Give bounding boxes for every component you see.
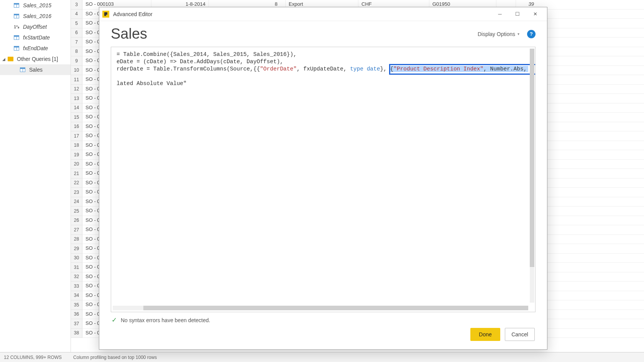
query-item-fxstartdate[interactable]: fxStartDate bbox=[0, 32, 71, 43]
code-editor[interactable]: = Table.Combine({Sales_2014, Sales_2015,… bbox=[111, 47, 536, 312]
row-header[interactable]: 21 bbox=[71, 169, 82, 179]
syntax-status: ✓ No syntax errors have been detected. bbox=[111, 312, 536, 328]
minimize-button[interactable]: ─ bbox=[491, 8, 509, 20]
row-header[interactable]: 22 bbox=[71, 179, 82, 188]
query-item-fxenddate[interactable]: fxEndDate bbox=[0, 43, 71, 54]
query-label: DayOffset bbox=[23, 24, 47, 30]
row-header[interactable]: 29 bbox=[71, 244, 82, 254]
query-item-sales[interactable]: Sales bbox=[0, 64, 71, 75]
query-item-dayoffset[interactable]: 1²₃ DayOffset bbox=[0, 21, 71, 32]
row-header[interactable]: 13 bbox=[71, 94, 82, 103]
query-item-sales-2015[interactable]: Sales_2015 bbox=[0, 0, 71, 11]
row-header[interactable]: 36 bbox=[71, 310, 82, 319]
folder-icon bbox=[7, 56, 14, 62]
row-header[interactable]: 30 bbox=[71, 254, 82, 263]
cancel-button[interactable]: Cancel bbox=[505, 328, 535, 341]
group-label: Other Queries [1] bbox=[17, 56, 58, 62]
query-label: Sales_2016 bbox=[23, 13, 51, 19]
row-header[interactable]: 26 bbox=[71, 216, 82, 226]
row-header[interactable]: 4 bbox=[71, 10, 82, 19]
row-header[interactable]: 32 bbox=[71, 272, 82, 282]
row-header[interactable]: 23 bbox=[71, 188, 82, 197]
row-header[interactable]: 15 bbox=[71, 113, 82, 122]
row-header[interactable]: 16 bbox=[71, 122, 82, 132]
dialog-title: Sales bbox=[111, 26, 147, 42]
editor-vertical-scrollbar[interactable] bbox=[530, 49, 534, 303]
row-header[interactable]: 35 bbox=[71, 300, 82, 310]
query-item-sales-2016[interactable]: Sales_2016 bbox=[0, 11, 71, 21]
done-button[interactable]: Done bbox=[470, 328, 500, 341]
row-header[interactable]: 9 bbox=[71, 56, 82, 66]
row-header[interactable]: 34 bbox=[71, 291, 82, 301]
table-icon bbox=[13, 13, 20, 19]
table-icon bbox=[13, 35, 20, 40]
query-label: Sales bbox=[29, 67, 43, 73]
query-label: Sales_2015 bbox=[23, 2, 51, 8]
help-icon[interactable]: ? bbox=[527, 30, 536, 38]
row-header[interactable]: 11 bbox=[71, 75, 82, 85]
query-group-other[interactable]: ◢ Other Queries [1] bbox=[0, 54, 71, 64]
row-header[interactable]: 7 bbox=[71, 38, 82, 47]
table-icon bbox=[13, 3, 20, 8]
syntax-message: No syntax errors have been detected. bbox=[121, 317, 210, 323]
query-navigator-sidebar[interactable]: Sales_2015 Sales_2016 1²₃ DayOffset fxSt… bbox=[0, 0, 71, 352]
chevron-down-icon: ▾ bbox=[518, 32, 519, 36]
row-header[interactable]: 17 bbox=[71, 131, 82, 141]
editor-horizontal-scrollbar[interactable] bbox=[113, 306, 528, 310]
row-header[interactable]: 19 bbox=[71, 150, 82, 160]
row-header[interactable]: 38 bbox=[71, 329, 82, 338]
status-profiling: Column profiling based on top 1000 rows bbox=[73, 355, 157, 360]
row-header[interactable]: 20 bbox=[71, 160, 82, 169]
query-label: fxEndDate bbox=[23, 45, 48, 51]
row-header[interactable]: 25 bbox=[71, 206, 82, 216]
row-header[interactable]: 24 bbox=[71, 197, 82, 207]
row-header[interactable]: 27 bbox=[71, 225, 82, 235]
query-label: fxStartDate bbox=[23, 34, 50, 41]
number-icon: 1²₃ bbox=[13, 24, 20, 29]
advanced-editor-dialog: Advanced Editor ─ ☐ ✕ Sales Display Opti… bbox=[99, 7, 547, 350]
row-header[interactable]: 12 bbox=[71, 85, 82, 94]
table-icon bbox=[13, 46, 20, 51]
row-header[interactable]: 28 bbox=[71, 235, 82, 244]
status-columns-rows: 12 COLUMNS, 999+ ROWS bbox=[4, 355, 62, 360]
close-button[interactable]: ✕ bbox=[526, 8, 544, 20]
dialog-window-title: Advanced Editor bbox=[113, 11, 153, 17]
maximize-button[interactable]: ☐ bbox=[509, 8, 526, 20]
row-header[interactable]: 18 bbox=[71, 141, 82, 151]
row-header[interactable]: 14 bbox=[71, 103, 82, 113]
check-icon: ✓ bbox=[112, 316, 117, 324]
row-header[interactable]: 8 bbox=[71, 47, 82, 57]
display-options-dropdown[interactable]: Display Options ▾ bbox=[478, 31, 519, 37]
row-header[interactable]: 33 bbox=[71, 282, 82, 291]
table-icon bbox=[19, 67, 26, 72]
row-header[interactable]: 37 bbox=[71, 319, 82, 329]
row-header[interactable]: 31 bbox=[71, 263, 82, 272]
status-bar: 12 COLUMNS, 999+ ROWS Column profiling b… bbox=[0, 352, 644, 362]
row-header[interactable]: 10 bbox=[71, 66, 82, 75]
row-header[interactable]: 3 bbox=[71, 0, 82, 10]
row-header[interactable]: 6 bbox=[71, 28, 82, 38]
dialog-titlebar[interactable]: Advanced Editor ─ ☐ ✕ bbox=[99, 7, 547, 21]
display-options-label: Display Options bbox=[478, 31, 515, 37]
chevron-down-icon: ◢ bbox=[2, 57, 5, 61]
row-header[interactable]: 5 bbox=[71, 19, 82, 28]
powerbi-icon bbox=[102, 11, 109, 18]
